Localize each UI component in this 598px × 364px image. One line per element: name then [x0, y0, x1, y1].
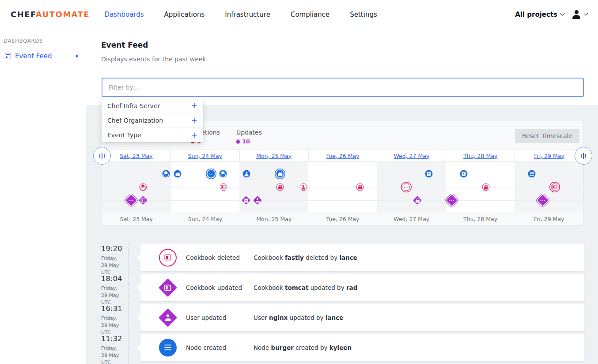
deletions-marker-book-icon[interactable]	[220, 184, 227, 191]
deletions-marker-person-icon[interactable]	[299, 184, 307, 191]
filter-dropdown: Chef Infra Server+Chef Organization+Even…	[102, 98, 203, 142]
creations-marker-dots-icon[interactable]	[208, 170, 215, 178]
filter-option-event-type[interactable]: Event Type+	[102, 128, 203, 142]
sidebar-item-event-feed[interactable]: Event Feed	[0, 49, 85, 63]
filter-option-chef-organization[interactable]: Chef Organization+	[102, 113, 203, 128]
event-card-cookbook-updated[interactable]: Cookbook updatedCookbook tomcat updated …	[140, 274, 584, 301]
day-header-cell: Thu, 28 May	[446, 150, 515, 161]
event-title: Cookbook deleted	[186, 254, 254, 261]
day-link-sun-24-may[interactable]: Sun, 24 May	[188, 153, 222, 159]
event-time: 16:31Friday,29 May UTC	[101, 304, 127, 336]
book-icon	[553, 185, 557, 189]
lock-icon	[415, 198, 419, 203]
day-link-thu-28-may[interactable]: Thu, 28 May	[463, 153, 497, 159]
event-icon	[159, 339, 177, 356]
event-actor: rad	[346, 284, 357, 291]
creations-marker-list-icon[interactable]	[528, 170, 536, 178]
add-filter-icon[interactable]: +	[191, 131, 197, 139]
creations-marker-layers-icon[interactable]	[162, 170, 170, 178]
event-actor: kyleen	[329, 344, 352, 351]
stat-updates: Updates 10	[236, 129, 262, 145]
deletions-marker-book-icon[interactable]	[551, 184, 558, 191]
event-time: 19:20Friday,29 May UTC	[101, 244, 127, 276]
briefcase-icon	[358, 185, 362, 189]
person-icon	[244, 172, 249, 176]
chevron-down-icon	[560, 11, 565, 16]
gridline	[102, 200, 583, 201]
person-glyph-icon	[165, 314, 171, 321]
creations-marker-node-icon[interactable]	[460, 170, 467, 178]
reset-timescale-button[interactable]: Reset Timescale	[515, 129, 579, 143]
day-link-sat-23-may[interactable]: Sat, 23 May	[120, 153, 152, 159]
event-description: User nginx updated by lance	[254, 314, 343, 321]
nav-item-settings[interactable]: Settings	[350, 11, 377, 19]
timeline-chart	[102, 162, 583, 212]
deletions-marker-layers-icon[interactable]	[139, 184, 147, 191]
creations-marker-person-icon[interactable]	[243, 170, 250, 178]
brand-chef: CHEF	[11, 10, 36, 19]
day-link-tue-26-may[interactable]: Tue, 26 May	[326, 153, 359, 159]
day-header-cell: Sun, 24 May	[170, 150, 239, 161]
user-icon	[572, 10, 581, 19]
deletions-marker-briefcase-icon[interactable]	[356, 184, 364, 191]
event-row: 16:31Friday,29 May UTCUser updatedUser n…	[86, 304, 598, 331]
event-card-user-updated[interactable]: User updatedUser nginx updated by lance	[140, 304, 584, 331]
creations-marker-briefcase-icon[interactable]	[276, 170, 284, 178]
event-icon	[159, 309, 177, 326]
event-card-cookbook-deleted[interactable]: Cookbook deletedCookbook fastly deleted …	[140, 244, 584, 271]
book-icon	[159, 278, 177, 296]
day-link-wed-27-may[interactable]: Wed, 27 May	[394, 153, 429, 159]
creations-marker-node-icon[interactable]	[425, 170, 433, 178]
event-icon	[159, 279, 177, 296]
deletions-marker-lock-icon[interactable]	[482, 184, 489, 191]
node-icon	[462, 172, 466, 176]
filter-option-chef-infra-server[interactable]: Chef Infra Server+	[102, 98, 203, 113]
nav-item-infrastructure[interactable]: Infrastructure	[225, 11, 270, 19]
deletions-marker-dots-icon[interactable]	[402, 184, 410, 191]
event-icon	[159, 249, 177, 266]
event-description: Cookbook tomcat updated by rad	[254, 284, 357, 291]
nav-item-compliance[interactable]: Compliance	[291, 11, 329, 19]
add-filter-icon[interactable]: +	[191, 117, 197, 124]
deletions-marker-briefcase-icon[interactable]	[276, 184, 284, 191]
event-time: 18:04Friday,29 May UTC	[101, 274, 127, 306]
event-title: Node created	[186, 344, 254, 351]
list-icon	[530, 172, 534, 176]
creations-marker-briefcase-icon[interactable]	[174, 170, 182, 178]
slider-bars-icon	[102, 153, 103, 159]
timescale-handle-right[interactable]	[575, 147, 592, 165]
briefcase-icon	[278, 185, 282, 189]
page-head: Event Feed Displays events for the past …	[86, 29, 598, 105]
user-menu[interactable]	[572, 10, 587, 19]
chevron-down-icon	[584, 11, 588, 16]
day-header-cell: Mon, 25 May	[239, 150, 308, 161]
day-link-fri-29-may[interactable]: Fri, 29 May	[534, 153, 564, 159]
event-entity: tomcat	[285, 284, 308, 291]
creations-marker-layers-icon[interactable]	[219, 170, 227, 178]
event-card-node-created[interactable]: Node createdNode burger created by kylee…	[140, 334, 584, 361]
day-footer-label: Tue, 26 May	[308, 212, 377, 225]
event-entity: burger	[271, 344, 294, 351]
nav-item-applications[interactable]: Applications	[164, 11, 205, 19]
event-description: Cookbook fastly deleted by lance	[254, 254, 357, 261]
event-date: Friday,29 May UTC	[101, 285, 127, 306]
nav-right: All projects	[515, 10, 587, 19]
projects-dropdown[interactable]: All projects	[515, 11, 564, 19]
dots-icon	[404, 187, 409, 188]
timescale-handle-left[interactable]	[93, 147, 111, 165]
brand-logo[interactable]: CHEFAUTOMATE	[11, 10, 90, 19]
filter-input[interactable]	[102, 78, 584, 97]
dots-icon	[449, 200, 454, 201]
add-filter-icon[interactable]: +	[191, 102, 197, 109]
layers-icon	[163, 172, 168, 176]
nav-item-dashboards[interactable]: Dashboards	[104, 11, 144, 19]
day-link-mon-25-may[interactable]: Mon, 25 May	[256, 153, 291, 159]
layers-icon	[140, 185, 145, 190]
updates-marker-dots-icon[interactable]	[447, 195, 458, 206]
gridline	[102, 187, 583, 188]
event-date: Friday,29 May UTC	[101, 345, 127, 364]
brand-automate: AUTOMATE	[36, 10, 90, 19]
book-glyph-icon	[165, 255, 171, 261]
day-footer-label: Mon, 25 May	[239, 212, 308, 225]
main-content: Event Feed Displays events for the past …	[86, 29, 598, 364]
